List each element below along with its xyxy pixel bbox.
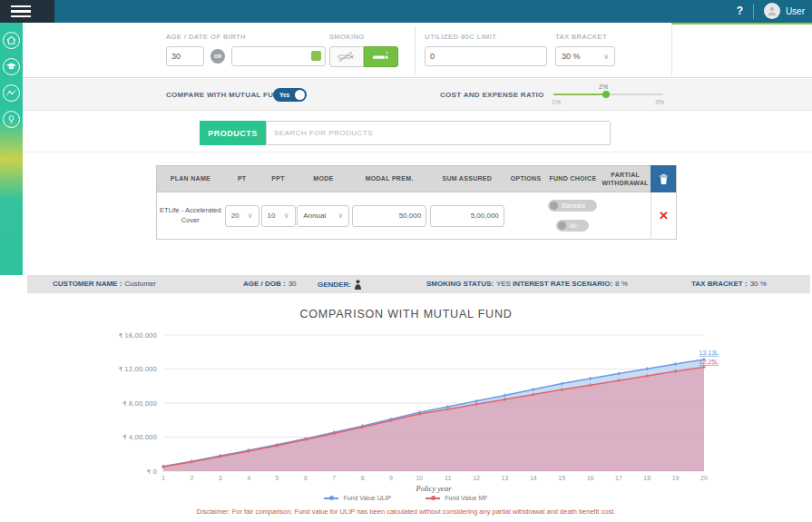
- col-modal-prem: MODAL PREM.: [350, 174, 428, 182]
- performance-chart-icon[interactable]: [3, 84, 20, 102]
- sidebar: [0, 23, 23, 275]
- svg-text:Policy year: Policy year: [416, 484, 453, 493]
- svg-text:16: 16: [587, 475, 594, 481]
- slider-track-filled[interactable]: [553, 94, 606, 95]
- smoking-label: SMOKING: [329, 33, 398, 41]
- slider-track-empty[interactable]: [606, 94, 662, 95]
- mode-select[interactable]: Annual∨: [297, 205, 349, 227]
- tax-bracket-select[interactable]: 30 % ∨: [555, 46, 615, 66]
- plan-name: ETLife - Accelerated Cover: [157, 206, 224, 225]
- top-bar: ? User: [0, 0, 812, 23]
- svg-text:12: 12: [473, 475, 480, 481]
- trash-icon: [659, 173, 669, 185]
- customer-summary-bar: CUSTOMER NAME :Customer AGE / DOB :30 GE…: [27, 275, 810, 293]
- svg-text:₹ 8,00,000: ₹ 8,00,000: [122, 400, 157, 408]
- svg-text:₹ 0: ₹ 0: [147, 468, 157, 476]
- svg-text:3: 3: [219, 475, 222, 481]
- svg-text:5: 5: [276, 475, 279, 481]
- svg-text:11: 11: [445, 475, 451, 481]
- slider-min-label: 1%: [552, 99, 561, 105]
- col-fund-choice: FUND CHOICE: [546, 174, 601, 182]
- chevron-down-icon: ∨: [248, 212, 253, 220]
- topbar-divider: [753, 4, 754, 19]
- disclaimer-text: Disclaimer: For fair comparison, Fund va…: [0, 507, 812, 516]
- utilized-80c-input[interactable]: [425, 46, 547, 66]
- user-name: User: [786, 6, 805, 16]
- fund-choice-toggle[interactable]: Standard: [548, 200, 597, 212]
- mode-value: Annual: [303, 212, 326, 220]
- col-partial-withdrawal: PARTIAL WITHDRAWAL: [600, 171, 651, 187]
- toggle-label: Yes: [279, 92, 289, 98]
- divider: [415, 26, 416, 75]
- or-badge: OR: [210, 49, 225, 64]
- col-sum-assured: SUM ASSURED: [428, 174, 506, 182]
- customer-gender: GENDER:: [318, 280, 362, 290]
- modal-premium-input[interactable]: [352, 205, 426, 227]
- product-search-input[interactable]: [266, 121, 611, 145]
- app-window: ? User AGE / DATE OF BIRTH: [0, 0, 812, 522]
- user-menu[interactable]: User: [764, 3, 805, 19]
- customer-tax-bracket: TAX BRACKET :30 %: [691, 280, 767, 288]
- table-row: ETLife - Accelerated Cover 20∨ 10∨ Annua…: [156, 192, 677, 240]
- col-plan-name: PLAN NAME: [157, 174, 224, 182]
- calendar-icon[interactable]: [311, 51, 321, 61]
- legend-swatch-mf: [426, 497, 440, 499]
- compare-panel: COMPARE WITH MUTUAL FUND Yes COST AND EX…: [23, 79, 812, 111]
- pt-select[interactable]: 20∨: [225, 205, 259, 227]
- inputs-panel: AGE / DATE OF BIRTH OR SMOKING: [23, 25, 812, 78]
- col-pt: PT: [224, 174, 260, 182]
- customer-smoking-status: SMOKING STATUS:YES: [426, 280, 511, 288]
- expense-ratio-slider[interactable]: 2% 1% 3%: [553, 79, 662, 111]
- expense-ratio-label: COST AND EXPENSE RATIO: [440, 91, 544, 99]
- age-dob-label: AGE / DATE OF BIRTH: [166, 33, 326, 41]
- hamburger-menu-icon[interactable]: [0, 0, 54, 23]
- svg-text:12.25L: 12.25L: [699, 359, 719, 365]
- home-icon[interactable]: [3, 32, 20, 49]
- compare-toggle[interactable]: Yes: [273, 88, 307, 102]
- smoker-button[interactable]: [364, 46, 398, 67]
- chevron-down-icon: ∨: [338, 212, 343, 220]
- help-icon[interactable]: ?: [737, 5, 743, 17]
- chart-legend: Fund Value ULIP Fund Value MF: [0, 495, 812, 501]
- svg-text:6: 6: [304, 475, 308, 481]
- svg-text:14: 14: [530, 475, 537, 481]
- compare-label: COMPARE WITH MUTUAL FUND: [166, 91, 284, 99]
- interest-rate-scenario: INTEREST RATE SCENARIO:8 %: [513, 280, 628, 288]
- legend-item-mf: Fund Value MF: [426, 495, 487, 501]
- delete-all-button[interactable]: [651, 165, 676, 192]
- utilized-80c-label: UTILIZED 80C LIMIT: [425, 33, 547, 41]
- tax-bracket-label: TAX BRACKET: [555, 33, 615, 41]
- products-table: PLAN NAME PT PPT MODE MODAL PREM. SUM AS…: [156, 165, 677, 240]
- non-smoker-button[interactable]: [329, 46, 364, 67]
- divider: [671, 26, 672, 75]
- svg-text:4: 4: [247, 475, 250, 481]
- svg-text:13.13L: 13.13L: [699, 350, 719, 356]
- col-mode: MODE: [296, 174, 350, 182]
- age-input[interactable]: [166, 46, 204, 66]
- partial-withdrawal-value: No: [569, 222, 576, 229]
- ppt-select[interactable]: 10∨: [261, 205, 296, 227]
- svg-text:₹ 16,00,000: ₹ 16,00,000: [119, 332, 157, 340]
- sum-assured-input[interactable]: [430, 205, 504, 227]
- svg-text:17: 17: [615, 475, 622, 481]
- svg-text:15: 15: [558, 475, 565, 481]
- male-icon: [354, 280, 362, 290]
- products-panel: PRODUCTS: [23, 112, 812, 153]
- slider-knob[interactable]: [602, 91, 610, 98]
- legend-label-mf: Fund Value MF: [445, 495, 487, 501]
- svg-text:7: 7: [332, 475, 336, 481]
- svg-text:2: 2: [190, 475, 193, 481]
- partial-withdrawal-toggle[interactable]: No: [556, 220, 589, 231]
- svg-text:19: 19: [672, 475, 680, 481]
- fund-choice-value: Standard: [561, 202, 584, 209]
- delete-row-button[interactable]: ✕: [651, 192, 676, 240]
- ideas-bulb-icon[interactable]: [3, 111, 20, 128]
- pt-value: 20: [231, 212, 240, 220]
- svg-text:20: 20: [700, 475, 708, 481]
- slider-max-label: 3%: [655, 99, 664, 105]
- education-icon[interactable]: [3, 58, 20, 75]
- tab-products[interactable]: PRODUCTS: [200, 121, 266, 145]
- avatar: [764, 3, 780, 19]
- ppt-value: 10: [268, 212, 276, 220]
- customer-age: AGE / DOB :30: [243, 280, 297, 288]
